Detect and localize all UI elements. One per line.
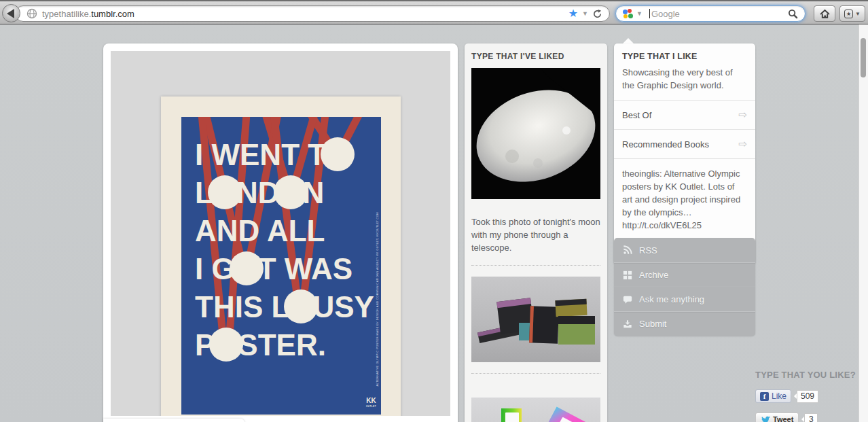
scrollbar-track[interactable] xyxy=(858,24,868,422)
web-page: I WENT TLNDNAND ALLI GT WASTHIS LUSYPSTE… xyxy=(0,24,868,422)
tweet-count[interactable]: 3 xyxy=(804,413,818,422)
tweet-label: Tweet xyxy=(773,415,793,422)
divider xyxy=(471,265,600,266)
medal-circle xyxy=(279,181,302,203)
menu-label: Submit xyxy=(639,319,666,329)
main-post-image[interactable]: I WENT TLNDNAND ALLI GT WASTHIS LUSYPSTE… xyxy=(111,51,450,416)
google-logo-icon xyxy=(623,9,632,18)
search-placeholder: Google xyxy=(651,9,680,19)
arrow-right-icon: ⇨ xyxy=(738,138,747,150)
bookmarks-star-icon: ★ xyxy=(844,10,853,18)
tweet-button[interactable]: Tweet xyxy=(755,412,799,422)
back-arrow-icon xyxy=(7,9,14,18)
liked-panel-title: TYPE THAT I'VE LIKED xyxy=(471,52,600,61)
kk-logo-text: KK xyxy=(366,398,376,404)
poster-text: I WENT TLNDNAND ALLI GT WASTHIS LUSYPSTE… xyxy=(195,136,374,364)
kk-outlet-logo: KK OUTLET xyxy=(366,398,376,410)
bookmarks-button[interactable]: ★ ▼ xyxy=(839,5,865,22)
text-caret xyxy=(649,9,650,18)
poster-credit-text: ALTERNATIVE OLYMPIC POSTER MADE BY DESIG… xyxy=(376,212,379,386)
sidebar-link-best-of[interactable]: Best Of ⇨ xyxy=(622,101,747,121)
scrollbar-thumb[interactable] xyxy=(861,38,866,77)
blog-description: Showcasing the very best of the Graphic … xyxy=(622,66,747,92)
url-domain: tumblr.com xyxy=(91,9,134,19)
sidebar-link-label: Recommended Books xyxy=(622,139,709,150)
search-engine-dropdown-icon[interactable]: ▼ xyxy=(636,10,643,17)
share-widget: TYPE THAT YOU LIKE? f Like 509 Tweet 3 xyxy=(755,370,857,422)
liked-thumbnail-tubes[interactable] xyxy=(471,398,600,422)
menu-label: Ask me anything xyxy=(639,294,704,304)
speech-bubble-icon xyxy=(623,295,632,304)
browser-toolbar: typethatilike.tumblr.com ★ ▼ ▼ Google xyxy=(0,0,868,24)
liked-thumbnail-cards[interactable] xyxy=(471,277,600,362)
next-post-card-edge xyxy=(103,419,245,422)
twitter-bird-icon xyxy=(761,415,770,422)
divider xyxy=(471,373,600,374)
menu-item-archive[interactable]: Archive xyxy=(614,262,755,287)
share-title: TYPE THAT YOU LIKE? xyxy=(755,370,857,380)
sidebar-menu: RSS Archive Ask me anything Submit xyxy=(614,238,755,336)
facebook-like-button[interactable]: f Like xyxy=(755,389,791,403)
globe-icon xyxy=(26,8,37,19)
latest-tweet-text: theoinglis: Alternative Olympic posters … xyxy=(622,167,747,232)
medal-circle xyxy=(235,258,258,279)
bookmarks-dropdown-icon: ▼ xyxy=(855,11,861,17)
menu-item-ask[interactable]: Ask me anything xyxy=(614,287,755,311)
menu-label: Archive xyxy=(639,270,668,280)
home-icon xyxy=(819,8,831,20)
like-label: Like xyxy=(772,391,786,401)
liked-caption: Took this photo of tonight's moon with m… xyxy=(471,215,600,254)
liked-thumbnail-moon[interactable] xyxy=(471,68,600,199)
main-post-card: I WENT TLNDNAND ALLI GT WASTHIS LUSYPSTE… xyxy=(103,43,458,422)
medal-circle xyxy=(215,334,238,355)
like-count[interactable]: 509 xyxy=(797,390,818,403)
url-bar[interactable]: typethatilike.tumblr.com ★ ▼ xyxy=(15,5,610,22)
back-button[interactable] xyxy=(2,4,20,22)
submit-icon xyxy=(623,319,632,329)
liked-posts-panel: TYPE THAT I'VE LIKED Took this photo of xyxy=(465,43,607,422)
bookmark-dropdown-icon[interactable]: ▼ xyxy=(582,10,588,17)
arrow-right-icon: ⇨ xyxy=(738,109,747,121)
menu-item-rss[interactable]: RSS xyxy=(614,238,755,262)
poster-paper: I WENT TLNDNAND ALLI GT WASTHIS LUSYPSTE… xyxy=(161,96,401,416)
facebook-icon: f xyxy=(760,392,769,401)
bookmark-star-icon[interactable]: ★ xyxy=(568,8,578,19)
home-button[interactable] xyxy=(814,5,835,22)
medal-circle xyxy=(326,143,349,165)
menu-label: RSS xyxy=(639,245,657,256)
medal-circle xyxy=(289,296,312,317)
moon-photo xyxy=(471,68,600,199)
sidebar-link-recommended-books[interactable]: Recommended Books ⇨ xyxy=(622,130,747,150)
search-icon[interactable] xyxy=(788,9,798,19)
search-input[interactable]: ▼ Google xyxy=(615,5,806,22)
divider xyxy=(614,158,755,159)
url-text: typethatilike.tumblr.com xyxy=(42,9,134,19)
poster-artwork: I WENT TLNDNAND ALLI GT WASTHIS LUSYPSTE… xyxy=(181,117,381,415)
rss-icon xyxy=(623,245,632,255)
medal-circle xyxy=(213,181,236,203)
url-subdomain: typethatilike. xyxy=(42,9,91,19)
kk-logo-subtext: OUTLET xyxy=(366,404,376,410)
blog-title: TYPE THAT I LIKE xyxy=(622,52,747,61)
sidebar-link-label: Best Of xyxy=(622,110,651,120)
reload-icon[interactable] xyxy=(592,9,602,19)
sidebar-card: TYPE THAT I LIKE Showcasing the very bes… xyxy=(614,43,755,264)
archive-icon xyxy=(623,270,632,280)
menu-item-submit[interactable]: Submit xyxy=(614,311,755,336)
